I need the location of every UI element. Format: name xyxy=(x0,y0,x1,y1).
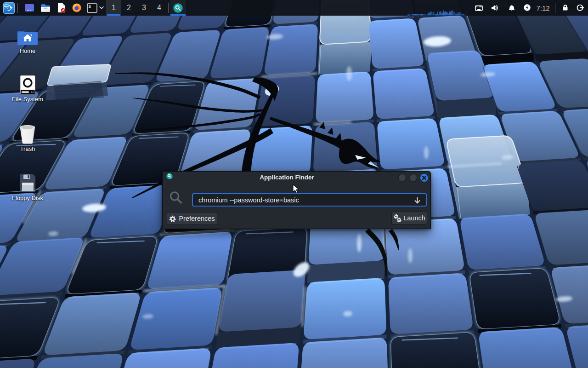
svg-text:$_: $_ xyxy=(88,4,94,9)
